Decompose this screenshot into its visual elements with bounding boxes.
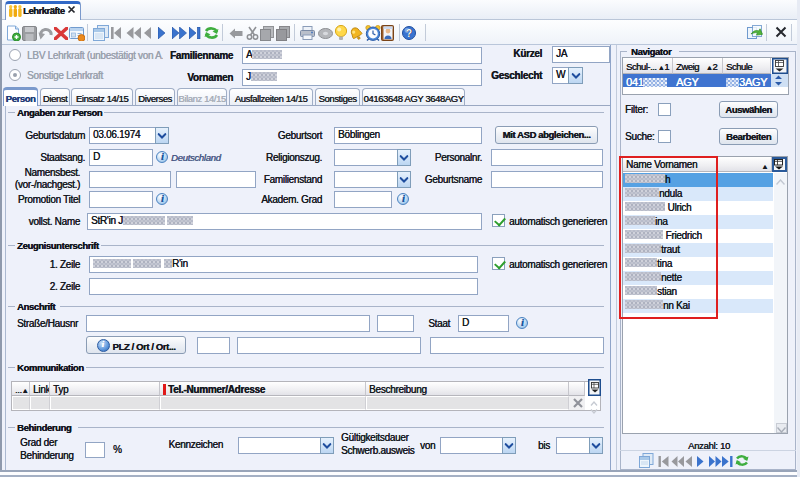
svg-text:?: ? [406,28,412,39]
